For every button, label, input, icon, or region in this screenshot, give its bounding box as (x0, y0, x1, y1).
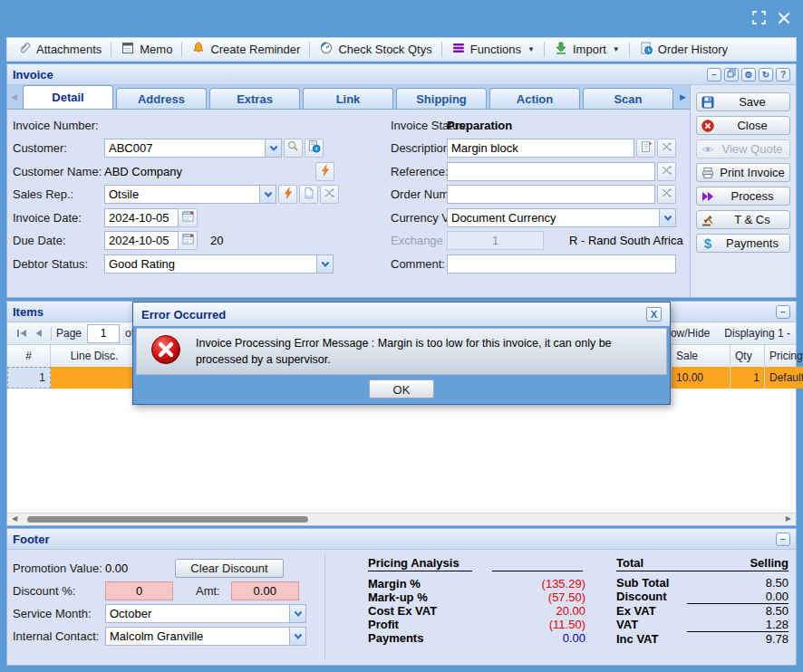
import-button[interactable]: Import ▼ (547, 39, 627, 60)
row-num-cell[interactable]: 1 (7, 367, 51, 389)
sales-rep-document-button[interactable] (299, 185, 318, 204)
error-dialog-titlebar[interactable]: Error Occurred X (133, 302, 670, 326)
description-shuffle-button[interactable] (657, 139, 676, 158)
debtor-status-combo[interactable]: Good Rating (104, 254, 334, 274)
customer-name-lightning-button[interactable] (315, 162, 334, 181)
panel-help-icon[interactable]: ? (776, 68, 790, 82)
tab-scroll-right-icon[interactable]: ▶ (680, 92, 686, 101)
tab-link[interactable]: Link (303, 88, 393, 109)
functions-button[interactable]: Functions ▼ (444, 39, 542, 60)
row-pricing-cell[interactable]: Default (765, 367, 803, 389)
tab-scan[interactable]: Scan (583, 88, 673, 109)
page-input[interactable] (87, 324, 120, 343)
comment-input[interactable] (447, 254, 676, 274)
prev-page-icon[interactable] (34, 329, 43, 338)
close-icon[interactable] (778, 12, 790, 28)
check-stock-button[interactable]: Check Stock Qtys (312, 39, 439, 60)
tab-extras[interactable]: Extras (209, 88, 300, 109)
column-header-num[interactable]: # (7, 345, 51, 367)
calendar-icon (181, 232, 195, 249)
scroll-right-icon[interactable]: ▶ (786, 514, 791, 523)
reference-shuffle-button[interactable] (657, 162, 676, 181)
chevron-down-icon[interactable] (259, 186, 276, 203)
chevron-down-icon[interactable] (659, 209, 675, 226)
column-header-sale[interactable]: Sale (672, 345, 730, 367)
sales-rep-lightning-button[interactable] (278, 185, 297, 204)
tcs-button[interactable]: T & Cs (696, 210, 790, 229)
order-number-input[interactable] (447, 185, 655, 204)
tab-action[interactable]: Action (489, 88, 580, 109)
invoice-date-calendar-button[interactable] (179, 208, 198, 227)
panel-settings-icon[interactable]: ⚙ (741, 68, 756, 82)
internal-contact-combo[interactable]: Malcolm Granville (105, 627, 306, 646)
currency-view-combo[interactable]: Document Currency (447, 208, 676, 227)
footer-minimize-icon[interactable]: − (776, 533, 790, 546)
scrollbar-thumb[interactable] (27, 516, 308, 523)
lightning-icon (319, 164, 332, 180)
create-reminder-button[interactable]: Create Reminder (184, 39, 307, 60)
row-qty-cell[interactable]: 1 (730, 367, 765, 389)
attachments-button[interactable]: Attachments (10, 39, 109, 60)
customer-combo[interactable]: ABC007 (104, 139, 282, 158)
chevron-down-icon[interactable] (289, 628, 305, 645)
description-input[interactable] (447, 139, 634, 158)
scroll-left-icon[interactable]: ◀ (12, 514, 17, 523)
due-date-input[interactable] (104, 231, 179, 250)
payments-button[interactable]: $ Payments (696, 234, 790, 253)
close-label: Close (719, 119, 789, 132)
description-document-button[interactable] (636, 139, 655, 158)
items-panel-title: Items (13, 305, 44, 319)
close-button[interactable]: Close (696, 116, 790, 135)
items-minimize-icon[interactable]: − (776, 305, 790, 319)
save-button[interactable]: Save (696, 92, 790, 111)
discount-percent-input[interactable] (105, 581, 173, 600)
order-number-shuffle-button[interactable] (657, 185, 676, 204)
row-line-disc-cell[interactable] (51, 367, 139, 389)
invoice-number-label: Invoice Number: (13, 119, 99, 132)
panel-minimize-icon[interactable]: − (707, 68, 721, 82)
tab-detail[interactable]: Detail (23, 85, 113, 109)
row-sale-cell[interactable]: 10.00 (672, 367, 730, 389)
shuffle-icon (661, 164, 673, 180)
memo-button[interactable]: Memo (113, 39, 179, 60)
dropdown-caret-icon: ▼ (613, 45, 620, 53)
discount-amt-input[interactable] (231, 581, 299, 600)
customer-search-button[interactable] (284, 139, 303, 158)
column-header-qty[interactable]: Qty (730, 345, 765, 367)
column-header-line-disc[interactable]: Line Disc. (51, 345, 139, 367)
order-history-button[interactable]: Order History (632, 39, 735, 60)
invoice-date-input[interactable] (104, 208, 179, 227)
tab-address[interactable]: Address (116, 88, 207, 109)
fullscreen-icon[interactable] (752, 11, 766, 28)
reference-input[interactable] (447, 162, 655, 181)
sales-rep-combo[interactable]: Otsile (104, 185, 276, 204)
vat-value: 1.28 (687, 618, 788, 632)
due-date-calendar-button[interactable] (179, 231, 198, 250)
sales-rep-shuffle-button[interactable] (320, 185, 339, 204)
chevron-down-icon[interactable] (265, 139, 281, 157)
print-invoice-button[interactable]: Print Invoice (696, 163, 790, 182)
chevron-down-icon[interactable] (289, 605, 305, 622)
first-page-icon[interactable] (16, 329, 27, 338)
tab-scroll-left-icon[interactable]: ◀ (11, 92, 17, 101)
panel-refresh-icon[interactable]: ↻ (759, 68, 773, 82)
dialog-close-icon[interactable]: X (646, 307, 662, 322)
column-header-pricing[interactable]: Pricing level (765, 345, 803, 367)
tab-shipping[interactable]: Shipping (396, 88, 487, 109)
toolbar: Attachments Memo Create Reminder Check S… (6, 37, 797, 62)
total-row-subtotal: Sub Total 8.50 (616, 576, 788, 590)
functions-label: Functions (470, 43, 521, 56)
clear-discount-button[interactable]: Clear Discount (175, 559, 284, 578)
exchange-rate-input (447, 231, 544, 250)
payments-label: Payments (368, 631, 490, 645)
toolbar-separator (111, 42, 111, 57)
total-row-discount: Discount 0.00 (616, 590, 788, 604)
invoice-action-buttons: Save Close View Quote Print Invoice Proc… (690, 85, 796, 297)
service-month-combo[interactable]: October (105, 604, 306, 623)
panel-restore-icon[interactable] (724, 68, 739, 82)
horizontal-scrollbar[interactable]: ◀ ▶ (7, 513, 796, 525)
customer-info-button[interactable]: i (305, 139, 324, 158)
chevron-down-icon[interactable] (316, 255, 333, 273)
ok-button[interactable]: OK (369, 379, 434, 398)
process-button[interactable]: Process (696, 187, 790, 206)
